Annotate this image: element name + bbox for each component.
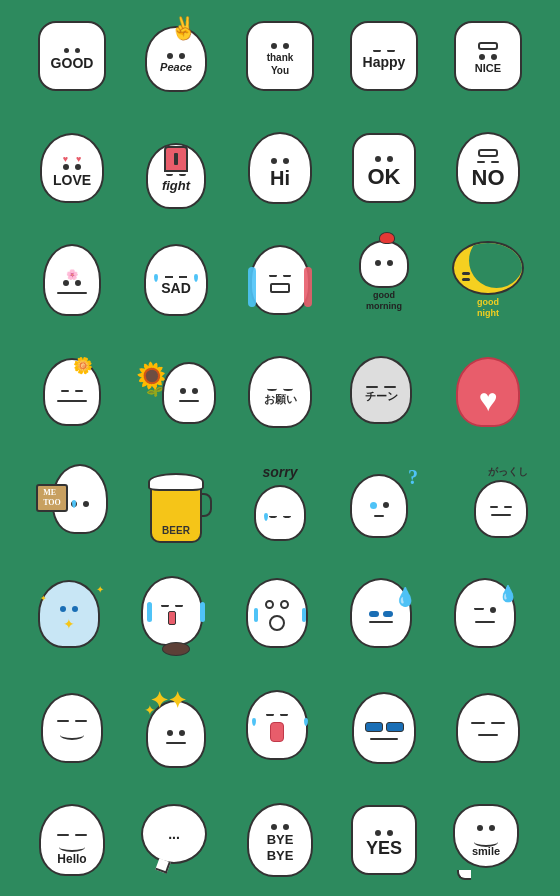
sticker-label-5: NICE [475,62,501,75]
sticker-cell-13[interactable] [230,226,330,334]
sticker-cell-27[interactable] [126,562,226,670]
sticker-label-4: Happy [363,54,406,71]
sticker-cell-11[interactable]: 🌸 [22,226,122,334]
sticker-cell-29[interactable]: 💧 [334,562,434,670]
sticker-grid: GOOD Peace ✌️ [14,0,546,896]
sticker-cell-10[interactable]: NO [438,114,538,222]
sticker-cell-30[interactable]: 💧 [438,562,538,670]
sticker-cell-24[interactable]: ? [334,450,434,558]
sticker-label-22: BEER [162,525,190,537]
sticker-label-25: がっくし [488,466,528,478]
sticker-cell-22[interactable]: BEER [126,450,226,558]
sticker-cell-1[interactable]: GOOD [22,2,122,110]
sticker-cell-4[interactable]: Happy [334,2,434,110]
sticker-cell-25[interactable]: がっくし [438,450,538,558]
sticker-label-23: sorry [262,464,297,481]
sticker-cell-7[interactable]: fight [126,114,226,222]
sticker-label-10: NO [472,165,505,191]
sticker-cell-2[interactable]: Peace ✌️ [126,2,226,110]
sticker-cell-39[interactable]: YES [334,786,434,894]
sticker-label-12: SAD [161,280,191,297]
sticker-cell-16[interactable]: 🌼 [22,338,122,446]
sticker-cell-20[interactable]: ♥ [438,338,538,446]
sticker-label-19: チーン [365,390,398,403]
sticker-label-38: BYEBYE [267,832,294,863]
sticker-cell-6[interactable]: ♥ ♥ LOVE [22,114,122,222]
sticker-cell-37[interactable]: ... [126,786,226,894]
sticker-label-7: fight [162,178,190,194]
sticker-cell-33[interactable] [230,674,330,782]
sticker-cell-28[interactable] [230,562,330,670]
sticker-cell-15[interactable]: goodnight [438,226,538,334]
sticker-cell-23[interactable]: sorry [230,450,330,558]
sticker-cell-8[interactable]: Hi [230,114,330,222]
sticker-cell-9[interactable]: OK [334,114,434,222]
sticker-label-40: smile [472,845,500,858]
sticker-cell-35[interactable] [438,674,538,782]
sticker-label-39: YES [366,838,402,860]
sticker-cell-12[interactable]: SAD [126,226,226,334]
sticker-label-14: goodmorning [366,290,402,312]
sticker-cell-26[interactable]: ✦ ✦ ✦ [22,562,122,670]
sticker-cell-32[interactable]: ✦✦ ✦ [126,674,226,782]
sticker-label-3: thankYou [267,51,294,77]
sticker-cell-14[interactable]: goodmorning [334,226,434,334]
sticker-cell-18[interactable]: お願い [230,338,330,446]
sticker-label-9: OK [368,164,401,190]
sticker-label-8: Hi [270,166,290,190]
sticker-cell-3[interactable]: thankYou [230,2,330,110]
sticker-label-6: LOVE [53,172,91,189]
sticker-cell-17[interactable]: 🌻 [126,338,226,446]
sticker-cell-40[interactable]: smile [438,786,538,894]
sticker-cell-5[interactable]: NICE [438,2,538,110]
sticker-cell-19[interactable]: チーン [334,338,434,446]
sticker-label-18: お願い [264,393,297,406]
sticker-label-15: goodnight [477,297,499,319]
sticker-cell-38[interactable]: BYEBYE [230,786,330,894]
sticker-label-1: GOOD [51,55,94,72]
sticker-cell-21[interactable]: METOO [22,450,122,558]
sticker-label-36: Hello [57,852,86,866]
sticker-label-37: ... [168,826,180,843]
sticker-cell-34[interactable] [334,674,434,782]
sticker-label-2: Peace [160,61,192,74]
sticker-cell-31[interactable] [22,674,122,782]
sticker-cell-36[interactable]: Hello [22,786,122,894]
